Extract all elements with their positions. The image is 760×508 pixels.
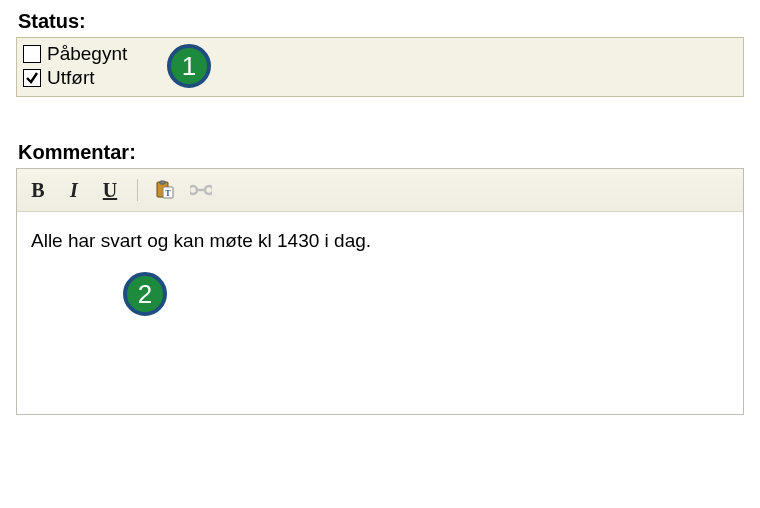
svg-text:T: T (165, 189, 171, 198)
check-icon (25, 71, 39, 85)
status-option-utfort-row: Utført (23, 66, 737, 90)
link-icon (190, 183, 212, 197)
toolbar-separator (137, 179, 138, 201)
checkbox-utfort-label: Utført (47, 66, 95, 90)
checkbox-utfort[interactable] (23, 69, 41, 87)
link-button[interactable] (190, 179, 212, 201)
comment-label: Kommentar: (18, 141, 744, 164)
status-option-pabegynt-row: Påbegynt (23, 42, 737, 66)
editor-textarea[interactable]: Alle har svart og kan møte kl 1430 i dag… (17, 212, 743, 414)
paste-text-button[interactable]: T (154, 179, 176, 201)
checkbox-pabegynt[interactable] (23, 45, 41, 63)
italic-button[interactable]: I (63, 179, 85, 201)
status-label: Status: (18, 10, 744, 33)
editor-content-text: Alle har svart og kan møte kl 1430 i dag… (31, 230, 371, 251)
checkbox-pabegynt-label: Påbegynt (47, 42, 127, 66)
bold-button[interactable]: B (27, 179, 49, 201)
underline-button[interactable]: U (99, 179, 121, 201)
editor-toolbar: B I U T (17, 169, 743, 212)
callout-badge-2: 2 (123, 272, 167, 316)
status-box: Påbegynt Utført 1 (16, 37, 744, 97)
svg-rect-1 (160, 181, 165, 184)
comment-editor: B I U T (16, 168, 744, 415)
clipboard-text-icon: T (155, 180, 175, 200)
